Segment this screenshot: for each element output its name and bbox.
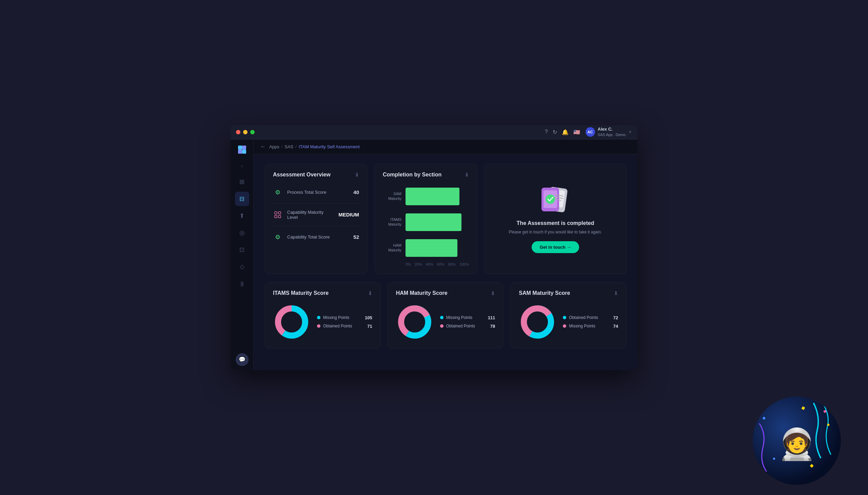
assessment-overview-card: Assessment Overview ⬇ ⚙ Process Total Sc…	[264, 164, 368, 274]
inbox-icon: ⊡	[240, 246, 245, 253]
capability-score-value: MEDIUM	[338, 212, 359, 218]
svg-rect-7	[278, 216, 281, 218]
completion-subtitle: Please get in touch if you would like to…	[509, 229, 602, 235]
sidebar-item-tables[interactable]: ⊞	[235, 175, 249, 189]
sidebar-collapse-button[interactable]: ›	[237, 161, 247, 171]
sam-missing-dot	[563, 324, 566, 328]
breadcrumb-current: ITAM Maturity Self Assessment	[299, 144, 360, 149]
completion-illustration	[537, 185, 574, 216]
itams-title: ITAMS Maturity Score	[273, 290, 329, 296]
sidebar-item-ideas[interactable]: ◇	[235, 259, 249, 274]
bar-label-ham: HAMMaturity	[383, 243, 402, 252]
assessment-overview-title: Assessment Overview	[273, 172, 331, 178]
bar-fill-sam	[406, 188, 459, 205]
sam-missing-value: 74	[613, 324, 618, 329]
itams-download-icon[interactable]: ⬇	[368, 290, 372, 296]
user-badge[interactable]: AC Alex C. SAS App · Demo ▼	[586, 126, 632, 137]
ham-download-icon[interactable]: ⬇	[491, 290, 495, 296]
axis-20: 20%	[415, 262, 422, 266]
get-in-touch-button[interactable]: Get in touch →	[532, 241, 579, 253]
divider-1	[273, 203, 359, 204]
sam-obtained-item: Obtained Points 72	[563, 315, 618, 320]
sidebar-item-analytics[interactable]: ◎	[235, 226, 249, 240]
chat-button[interactable]: 💬	[236, 353, 249, 366]
svg-rect-5	[278, 212, 281, 214]
total-score-label: Capability Total Score	[287, 235, 334, 240]
itams-obtained-item: Obtained Points 71	[317, 324, 372, 329]
breadcrumb: ← Apps / SAS / ITAM Maturity Self Assess…	[260, 143, 360, 150]
axis-100: 100%	[459, 262, 469, 266]
itams-missing-label: Missing Points	[323, 315, 349, 320]
divider-2	[273, 226, 359, 226]
ham-maturity-card: HAM Maturity Score ⬇	[388, 282, 504, 348]
bar-axis: 0% 20% 40% 60% 80% 100%	[383, 262, 469, 266]
close-button[interactable]	[236, 130, 241, 134]
sam-missing-item: Missing Points 74	[563, 324, 618, 329]
dashboard-icon: ⊟	[240, 195, 245, 203]
flag-icon[interactable]: 🇺🇸	[573, 129, 580, 135]
ham-obtained-item: Obtained Points 78	[440, 324, 495, 329]
confetti	[753, 397, 841, 485]
top-nav: ← Apps / SAS / ITAM Maturity Self Assess…	[254, 139, 637, 154]
ham-donut	[396, 303, 433, 341]
itams-missing-dot	[317, 316, 320, 319]
download-icon[interactable]: ⬇	[355, 172, 359, 178]
sam-obtained-dot	[563, 316, 566, 319]
bulb-icon: ◇	[240, 263, 245, 270]
bar-row-sam: SAMMaturity	[383, 188, 469, 205]
axis-60: 60%	[437, 262, 444, 266]
ham-missing-dot	[440, 316, 443, 319]
breadcrumb-sas[interactable]: SAS	[284, 144, 293, 149]
capability-score-label: Capability Maturity Level	[287, 210, 334, 220]
bottom-row: ITAMS Maturity Score ⬇	[264, 282, 626, 348]
sidebar-item-reports[interactable]: |||	[235, 276, 249, 291]
bar-chart: SAMMaturity ITAMSMaturity	[383, 185, 469, 259]
mac-window: ? ↻ 🔔 🇺🇸 AC Alex C. SAS App · Demo ▼	[231, 125, 637, 370]
bar-label-sam: SAMMaturity	[383, 192, 402, 201]
completion-download-icon[interactable]: ⬇	[464, 172, 469, 178]
bar-row-itams: ITAMSMaturity	[383, 214, 469, 231]
completion-title: The Assessment is completed	[517, 220, 595, 226]
dashboard: Assessment Overview ⬇ ⚙ Process Total Sc…	[254, 154, 637, 358]
bell-icon[interactable]: 🔔	[562, 129, 569, 135]
svg-rect-1	[242, 146, 246, 150]
help-icon[interactable]: ?	[545, 129, 548, 135]
completion-by-section-title: Completion by Section	[383, 172, 441, 178]
astronaut-emoji: 🧑‍🚀	[778, 426, 816, 462]
bar-track-itams	[406, 214, 469, 231]
breadcrumb-back-button[interactable]: ←	[260, 143, 266, 150]
total-score-icon: ⚙	[273, 233, 282, 242]
svg-rect-25	[801, 407, 805, 410]
minimize-button[interactable]	[243, 130, 248, 134]
sam-legend: Obtained Points 72 Missing Points 74	[563, 315, 618, 329]
svg-rect-0	[238, 146, 242, 150]
capability-score-icon	[273, 210, 282, 220]
sidebar-item-upload[interactable]: ⬆	[235, 209, 249, 223]
score-item-total: ⚙ Capability Total Score 52	[273, 233, 359, 242]
refresh-icon[interactable]: ↻	[553, 129, 557, 135]
process-score-value: 40	[339, 189, 359, 195]
svg-rect-4	[274, 212, 277, 214]
svg-rect-28	[763, 416, 766, 420]
ham-obtained-label: Obtained Points	[446, 324, 475, 328]
completion-by-section-card: Completion by Section ⬇ SAMMaturity	[374, 164, 477, 274]
svg-rect-26	[827, 423, 830, 426]
ham-missing-value: 111	[488, 315, 495, 320]
itams-content: Missing Points 105 Obtained Points 71	[273, 303, 372, 341]
ham-content: Missing Points 111 Obtained Points 78	[396, 303, 495, 341]
main-content: ← Apps / SAS / ITAM Maturity Self Assess…	[254, 139, 637, 370]
svg-rect-2	[238, 150, 242, 154]
sam-header: SAM Maturity Score ⬇	[519, 290, 618, 296]
sidebar-item-inbox[interactable]: ⊡	[235, 243, 249, 257]
ham-header: HAM Maturity Score ⬇	[396, 290, 495, 296]
sam-maturity-card: SAM Maturity Score ⬇	[510, 282, 626, 348]
svg-rect-29	[773, 457, 776, 460]
itams-obtained-dot	[317, 324, 320, 328]
bar-fill-itams	[406, 214, 461, 231]
sam-download-icon[interactable]: ⬇	[614, 290, 618, 296]
analytics-icon: ◎	[240, 229, 245, 237]
maximize-button[interactable]	[250, 130, 255, 134]
sidebar-item-dashboard[interactable]: ⊟	[235, 192, 249, 206]
title-bar-right: ? ↻ 🔔 🇺🇸 AC Alex C. SAS App · Demo ▼	[545, 126, 632, 137]
breadcrumb-apps[interactable]: Apps	[269, 144, 279, 149]
